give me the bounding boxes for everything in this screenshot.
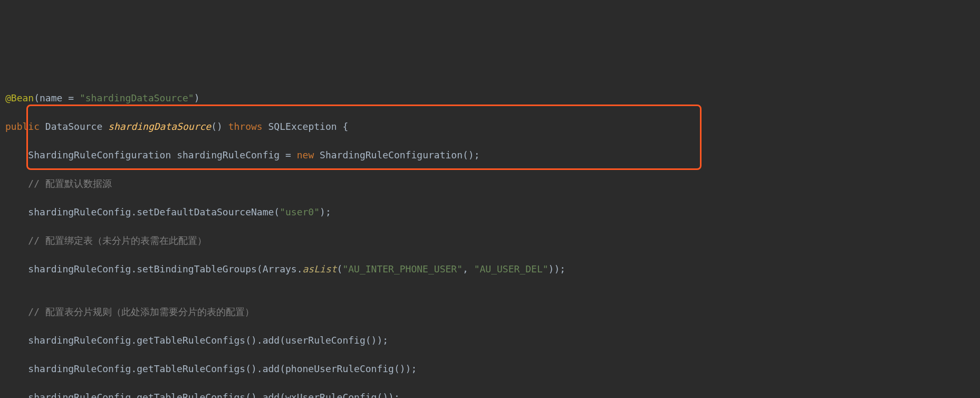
code-line: shardingRuleConfig.setBindingTableGroups…: [5, 262, 975, 276]
annotation: @Bean: [5, 92, 34, 103]
code-line: shardingRuleConfig.getTableRuleConfigs()…: [5, 390, 975, 398]
comment: // 配置表分片规则（此处添加需要分片的表的配置）: [28, 306, 254, 317]
code-editor[interactable]: @Bean(name = "shardingDataSource") publi…: [5, 62, 975, 398]
code-line: shardingRuleConfig.getTableRuleConfigs()…: [5, 362, 975, 376]
code-line: // 配置表分片规则（此处添加需要分片的表的配置）: [5, 305, 975, 319]
code-line: shardingRuleConfig.getTableRuleConfigs()…: [5, 333, 975, 347]
comment: // 配置默认数据源: [28, 178, 112, 189]
comment: // 配置绑定表（未分片的表需在此配置）: [28, 235, 207, 246]
code-line: public DataSource shardingDataSource() t…: [5, 119, 975, 134]
code-line: // 配置绑定表（未分片的表需在此配置）: [5, 233, 975, 248]
method-name: shardingDataSource: [108, 121, 211, 132]
code-line: shardingRuleConfig.setDefaultDataSourceN…: [5, 205, 975, 219]
code-line: ShardingRuleConfiguration shardingRuleCo…: [5, 148, 975, 162]
code-line: // 配置默认数据源: [5, 176, 975, 191]
code-line: @Bean(name = "shardingDataSource"): [5, 91, 975, 105]
